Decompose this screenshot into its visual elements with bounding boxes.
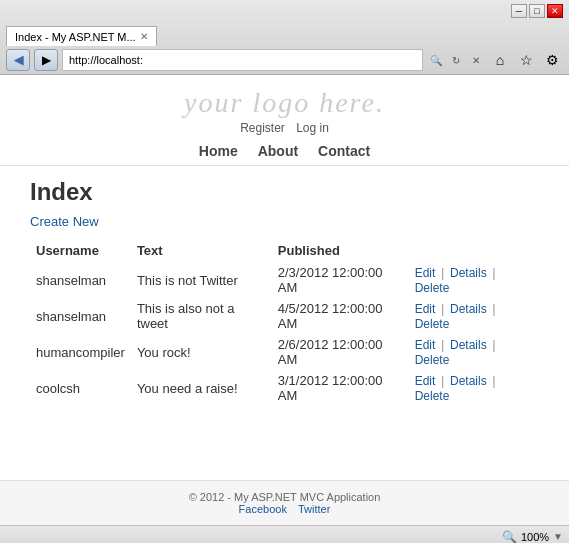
cell-username: shanselman	[30, 262, 131, 298]
separator: |	[492, 265, 495, 280]
cell-text: This is not Twitter	[131, 262, 272, 298]
delete-link[interactable]: Delete	[415, 353, 450, 367]
tab-label: Index - My ASP.NET M...	[15, 31, 136, 43]
details-link[interactable]: Details	[450, 374, 487, 388]
close-button[interactable]: ✕	[547, 4, 563, 18]
cell-username: humancompiler	[30, 334, 131, 370]
details-link[interactable]: Details	[450, 266, 487, 280]
site-footer: © 2012 - My ASP.NET MVC Application Face…	[0, 480, 569, 525]
separator: |	[441, 301, 444, 316]
col-username: Username	[30, 239, 131, 262]
main-nav: Home About Contact	[0, 137, 569, 165]
stop-icon[interactable]: ✕	[467, 51, 485, 69]
address-input[interactable]	[62, 49, 423, 71]
toolbar-icons: ⌂ ☆ ⚙	[489, 49, 563, 71]
col-text: Text	[131, 239, 272, 262]
login-link[interactable]: Log in	[296, 121, 329, 135]
cell-published: 2/6/2012 12:00:00 AM	[272, 334, 409, 370]
details-link[interactable]: Details	[450, 338, 487, 352]
copyright-text: © 2012 - My ASP.NET MVC Application	[10, 491, 559, 503]
separator: |	[492, 337, 495, 352]
delete-link[interactable]: Delete	[415, 389, 450, 403]
minimize-button[interactable]: ─	[511, 4, 527, 18]
restore-button[interactable]: □	[529, 4, 545, 18]
main-content: Index Create New Username Text Published…	[0, 166, 569, 418]
forward-button[interactable]: ▶	[34, 49, 58, 71]
cell-username: coolcsh	[30, 370, 131, 406]
edit-link[interactable]: Edit	[415, 266, 436, 280]
back-button[interactable]: ◀	[6, 49, 30, 71]
col-actions	[409, 239, 539, 262]
edit-link[interactable]: Edit	[415, 302, 436, 316]
create-new-link[interactable]: Create New	[30, 214, 99, 229]
separator: |	[441, 265, 444, 280]
home-icon[interactable]: ⌂	[489, 49, 511, 71]
table-header-row: Username Text Published	[30, 239, 539, 262]
zoom-icon: 🔍	[502, 530, 517, 544]
auth-links: Register Log in	[0, 121, 569, 135]
title-bar: ─ □ ✕	[0, 0, 569, 22]
cell-username: shanselman	[30, 298, 131, 334]
nav-home[interactable]: Home	[199, 143, 238, 159]
page-title: Index	[30, 178, 539, 206]
zoom-level: 100%	[521, 531, 549, 543]
site-header: your logo here. Register Log in Home Abo…	[0, 75, 569, 166]
favorites-icon[interactable]: ☆	[515, 49, 537, 71]
footer-links: Facebook Twitter	[10, 503, 559, 515]
separator: |	[441, 373, 444, 388]
table-row: shanselman This is also not a tweet 4/5/…	[30, 298, 539, 334]
active-tab[interactable]: Index - My ASP.NET M... ✕	[6, 26, 157, 46]
table-row: coolcsh You need a raise! 3/1/2012 12:00…	[30, 370, 539, 406]
cell-actions: Edit | Details | Delete	[409, 262, 539, 298]
delete-link[interactable]: Delete	[415, 317, 450, 331]
cell-published: 2/3/2012 12:00:00 AM	[272, 262, 409, 298]
table-row: shanselman This is not Twitter 2/3/2012 …	[30, 262, 539, 298]
page-content: your logo here. Register Log in Home Abo…	[0, 75, 569, 525]
delete-link[interactable]: Delete	[415, 281, 450, 295]
nav-contact[interactable]: Contact	[318, 143, 370, 159]
separator: |	[441, 337, 444, 352]
browser-chrome: ─ □ ✕ Index - My ASP.NET M... ✕ ◀ ▶ 🔍 ↻ …	[0, 0, 569, 75]
refresh-icon[interactable]: ↻	[447, 51, 465, 69]
cell-published: 3/1/2012 12:00:00 AM	[272, 370, 409, 406]
twitter-link[interactable]: Twitter	[298, 503, 330, 515]
data-table: Username Text Published shanselman This …	[30, 239, 539, 406]
address-bar: ◀ ▶ 🔍 ↻ ✕ ⌂ ☆ ⚙	[0, 46, 569, 74]
status-bar: 🔍 100% ▼	[0, 525, 569, 543]
cell-text: You rock!	[131, 334, 272, 370]
edit-link[interactable]: Edit	[415, 374, 436, 388]
col-published: Published	[272, 239, 409, 262]
search-icon[interactable]: 🔍	[427, 51, 445, 69]
cell-actions: Edit | Details | Delete	[409, 370, 539, 406]
scroll-down-arrow[interactable]: ▼	[553, 531, 563, 542]
details-link[interactable]: Details	[450, 302, 487, 316]
site-logo: your logo here.	[0, 87, 569, 119]
cell-actions: Edit | Details | Delete	[409, 298, 539, 334]
settings-icon[interactable]: ⚙	[541, 49, 563, 71]
tab-close-icon[interactable]: ✕	[140, 31, 148, 42]
separator: |	[492, 373, 495, 388]
cell-published: 4/5/2012 12:00:00 AM	[272, 298, 409, 334]
address-icons: 🔍 ↻ ✕	[427, 51, 485, 69]
separator: |	[492, 301, 495, 316]
tab-bar: Index - My ASP.NET M... ✕	[0, 22, 569, 46]
nav-about[interactable]: About	[258, 143, 298, 159]
cell-text: This is also not a tweet	[131, 298, 272, 334]
edit-link[interactable]: Edit	[415, 338, 436, 352]
table-row: humancompiler You rock! 2/6/2012 12:00:0…	[30, 334, 539, 370]
cell-text: You need a raise!	[131, 370, 272, 406]
register-link[interactable]: Register	[240, 121, 285, 135]
cell-actions: Edit | Details | Delete	[409, 334, 539, 370]
facebook-link[interactable]: Facebook	[239, 503, 287, 515]
